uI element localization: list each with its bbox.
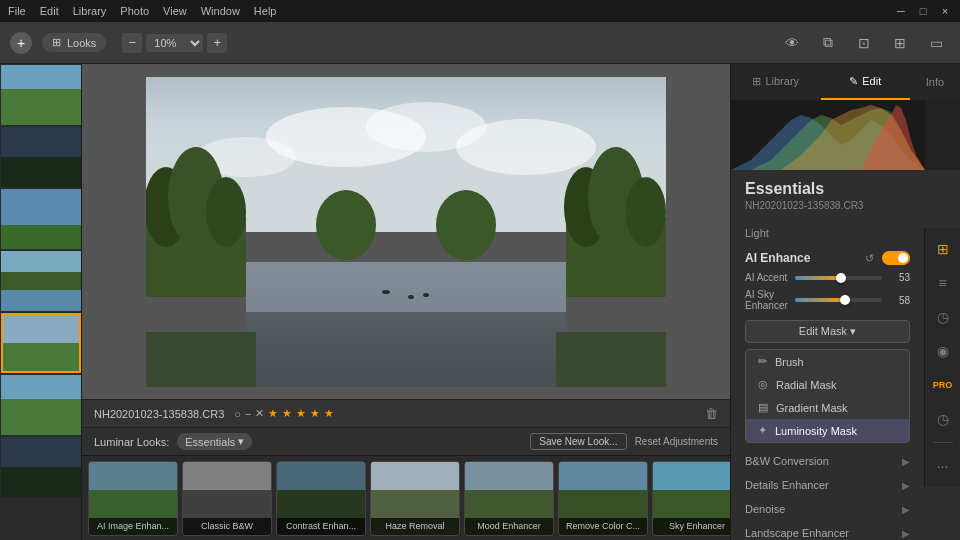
add-button[interactable]: + [10, 32, 32, 54]
ai-reset-button[interactable]: ↺ [860, 249, 878, 267]
maximize-button[interactable]: □ [916, 5, 930, 17]
svg-rect-16 [246, 262, 566, 312]
tab-library[interactable]: ⊞ Library [731, 64, 821, 100]
ai-accent-label: AI Accent [745, 272, 789, 283]
star-2[interactable]: ★ [282, 407, 292, 420]
view-icons: 👁 ⧉ ⊡ ⊞ ▭ [778, 29, 950, 57]
look-thumb-mood[interactable]: Mood Enhancer [464, 461, 554, 536]
color-icon[interactable]: ◉ [930, 338, 956, 364]
look-thumb-ai[interactable]: AI Image Enhan... [88, 461, 178, 536]
crop-icon[interactable]: ⊡ [850, 29, 878, 57]
filmstrip-thumb-6[interactable] [1, 375, 81, 435]
look-thumb-haze[interactable]: Haze Removal [370, 461, 460, 536]
menu-edit[interactable]: Edit [40, 5, 59, 17]
section-denoise[interactable]: Denoise ▶ [731, 497, 924, 521]
ai-sky-label: AI Sky Enhancer [745, 289, 789, 311]
ai-enhance-header: AI Enhance ↺ [731, 243, 924, 269]
look-label-remove: Remove Color C... [559, 518, 647, 535]
zoom-minus-button[interactable]: − [122, 33, 142, 53]
zoom-select[interactable]: 10%25%50%100% [146, 34, 203, 52]
panel-side-icons: ⊞ ≡ ◷ ◉ PRO ◷ ··· [924, 228, 960, 487]
mask-brush[interactable]: ✏ Brush [746, 350, 909, 373]
ai-sky-thumb[interactable] [840, 295, 850, 305]
filmstrip-thumb-1[interactable] [1, 65, 81, 125]
layers-icon[interactable]: ⊞ [930, 236, 956, 262]
looks-icon: ⊞ [52, 36, 61, 49]
brush-icon: ✏ [758, 355, 767, 368]
looks-label: Looks [67, 37, 96, 49]
panel-icon[interactable]: ▭ [922, 29, 950, 57]
menu-window[interactable]: Window [201, 5, 240, 17]
ai-accent-track[interactable] [795, 276, 882, 280]
panel-filename: NH20201023-135838.CR3 [731, 200, 924, 221]
look-thumb-sky[interactable]: Sky Enhancer [652, 461, 730, 536]
ai-sky-track[interactable] [795, 298, 882, 302]
looks-dropdown[interactable]: Essentials ▾ [177, 433, 252, 450]
star-5[interactable]: ★ [324, 407, 334, 420]
denoise-label: Denoise [745, 503, 785, 515]
grid-icon[interactable]: ⊞ [886, 29, 914, 57]
histogram [731, 100, 960, 170]
radial-label: Radial Mask [776, 379, 837, 391]
panel-title: Essentials [731, 170, 924, 200]
luminosity-icon: ✦ [758, 424, 767, 437]
brush-label: Brush [775, 356, 804, 368]
more-options-icon[interactable]: ··· [930, 453, 956, 479]
section-details-enhancer[interactable]: Details Enhancer ▶ [731, 473, 924, 497]
star-4[interactable]: ★ [310, 407, 320, 420]
look-thumb-remove[interactable]: Remove Color C... [558, 461, 648, 536]
close-button[interactable]: × [938, 5, 952, 17]
mask-luminosity[interactable]: ✦ Luminosity Mask [746, 419, 909, 442]
menu-library[interactable]: Library [73, 5, 107, 17]
mask-gradient[interactable]: ▤ Gradient Mask [746, 396, 909, 419]
center-area: NH20201023-135838.CR3 ○ − ✕ ★ ★ ★ ★ ★ 🗑 … [82, 64, 730, 540]
ai-sky-value: 58 [888, 295, 910, 306]
filmstrip [0, 64, 82, 540]
mask-radial[interactable]: ◎ Radial Mask [746, 373, 909, 396]
filmstrip-thumb-5-active[interactable] [1, 313, 81, 373]
adjustments-icon[interactable]: ≡ [930, 270, 956, 296]
ai-enhance-title: AI Enhance [745, 251, 856, 265]
ai-accent-thumb[interactable] [836, 273, 846, 283]
compare-icon[interactable]: ⧉ [814, 29, 842, 57]
tab-info[interactable]: Info [910, 64, 960, 100]
svg-point-19 [382, 290, 390, 294]
filmstrip-thumb-4[interactable] [1, 251, 81, 311]
look-thumb-contrast[interactable]: Contrast Enhan... [276, 461, 366, 536]
looks-bar-label: Luminar Looks: [94, 436, 169, 448]
tone-icon[interactable]: ◷ [930, 304, 956, 330]
filmstrip-thumb-3[interactable] [1, 189, 81, 249]
ai-toggle[interactable] [882, 251, 910, 265]
filmstrip-thumb-7[interactable] [1, 437, 81, 497]
menu-file[interactable]: File [8, 5, 26, 17]
section-landscape-enhancer[interactable]: Landscape Enhancer ▶ [731, 521, 924, 540]
zoom-plus-button[interactable]: + [207, 33, 227, 53]
section-bw-conversion[interactable]: B&W Conversion ▶ [731, 449, 924, 473]
menu-help[interactable]: Help [254, 5, 277, 17]
canvas-area [82, 64, 730, 399]
tab-edit[interactable]: ✎ Edit [821, 64, 911, 100]
look-thumb-bw[interactable]: Classic B&W [182, 461, 272, 536]
delete-button[interactable]: 🗑 [705, 406, 718, 421]
titlebar-controls: ─ □ × [894, 5, 952, 17]
main-area: NH20201023-135838.CR3 ○ − ✕ ★ ★ ★ ★ ★ 🗑 … [0, 64, 960, 540]
zoom-controls: − 10%25%50%100% + [122, 33, 227, 53]
minimize-button[interactable]: ─ [894, 5, 908, 17]
history-icon[interactable]: ◷ [930, 406, 956, 432]
ai-sky-fill [795, 298, 846, 302]
preview-icon[interactable]: 👁 [778, 29, 806, 57]
mask-dropdown-menu: ✏ Brush ◎ Radial Mask ▤ Gradient Mask ✦ … [745, 349, 910, 443]
save-look-button[interactable]: Save New Look... [530, 433, 626, 450]
details-arrow-icon: ▶ [902, 480, 910, 491]
looks-button[interactable]: ⊞ Looks [42, 33, 106, 52]
star-1[interactable]: ★ [268, 407, 278, 420]
histogram-chart [731, 100, 925, 170]
edit-mask-label: Edit Mask ▾ [799, 325, 856, 338]
star-3[interactable]: ★ [296, 407, 306, 420]
menu-view[interactable]: View [163, 5, 187, 17]
reset-adjustments-button[interactable]: Reset Adjustments [635, 436, 718, 447]
rating-controls[interactable]: ○ − ✕ ★ ★ ★ ★ ★ [234, 407, 334, 420]
edit-mask-button[interactable]: Edit Mask ▾ [745, 320, 910, 343]
menu-photo[interactable]: Photo [120, 5, 149, 17]
filmstrip-thumb-2[interactable] [1, 127, 81, 187]
